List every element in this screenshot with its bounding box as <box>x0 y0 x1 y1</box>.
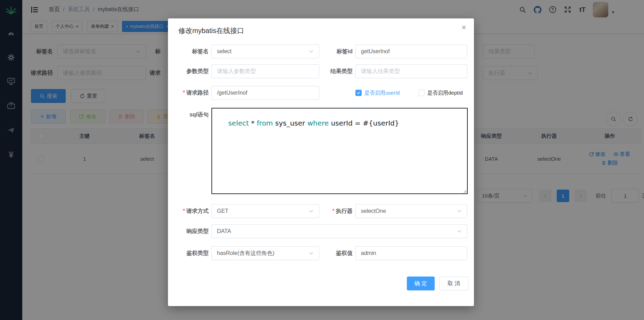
close-icon: × <box>461 23 466 32</box>
enable-userid-label: 是否启用userId <box>364 90 400 96</box>
result-type-label: 结果类型 <box>319 64 353 78</box>
check-icon <box>356 91 361 95</box>
edit-mybatis-dialog: 修改mybatis在线接口 × 标签名 select 标签id 参数类型 结果类… <box>168 18 474 306</box>
auth-value-field[interactable] <box>361 250 462 256</box>
cancel-button-label: 取 消 <box>448 280 460 287</box>
request-method-label-text: 请求方式 <box>186 208 209 215</box>
sql-keyword: from <box>257 119 273 127</box>
sql-text: userId = #{userId} <box>329 119 399 127</box>
chevron-down-icon <box>309 251 314 256</box>
request-path-field[interactable] <box>217 90 314 96</box>
response-type-select[interactable]: DATA <box>211 224 467 238</box>
sql-text: * <box>249 119 257 127</box>
auth-value-input[interactable] <box>355 246 467 260</box>
tag-id-field[interactable] <box>361 48 462 55</box>
param-type-input[interactable] <box>211 64 319 78</box>
chevron-down-icon <box>457 229 462 234</box>
executor-select[interactable]: selectOne <box>355 204 467 218</box>
checkbox-unchecked[interactable] <box>418 90 425 96</box>
request-method-label: * 请求方式 <box>168 204 209 218</box>
tag-id-input[interactable] <box>355 45 467 58</box>
tag-name-value: select <box>217 48 232 55</box>
enable-deptid-checkbox[interactable]: 是否启用deptId <box>418 86 463 100</box>
chevron-down-icon <box>457 209 462 214</box>
result-type-field[interactable] <box>361 68 462 74</box>
enable-deptid-label: 是否启用deptId <box>427 90 463 96</box>
chevron-down-icon <box>309 49 314 54</box>
request-path-label: * 请求路径 <box>168 86 209 100</box>
tag-name-select[interactable]: select <box>211 45 319 58</box>
tag-id-label: 标签id <box>319 45 353 58</box>
resize-handle[interactable] <box>462 189 467 193</box>
sql-text: sys_user <box>273 119 307 127</box>
required-mark: * <box>332 208 335 214</box>
request-path-input[interactable] <box>211 86 319 100</box>
confirm-button-label: 确 定 <box>414 280 427 287</box>
auth-value-label: 鉴权值 <box>319 246 353 260</box>
result-type-input[interactable] <box>355 64 467 78</box>
auth-type-label: 鉴权类型 <box>168 246 209 260</box>
request-method-value: GET <box>217 208 228 214</box>
response-type-value: DATA <box>217 228 231 234</box>
executor-value: selectOne <box>361 208 386 214</box>
enable-userid-checkbox[interactable]: 是否启用userId <box>355 86 400 100</box>
param-type-field[interactable] <box>217 68 314 74</box>
app-root: ¥ 首页 / 系统工具 / mybatis在线接口 <box>0 0 644 320</box>
checkbox-checked[interactable] <box>355 90 362 96</box>
request-path-label-text: 请求路径 <box>186 89 209 97</box>
cancel-button[interactable]: 取 消 <box>439 277 468 290</box>
sql-textarea[interactable]: select * from sys_user where userId = #{… <box>211 108 468 194</box>
param-type-label: 参数类型 <box>168 64 209 78</box>
executor-label-text: 执行器 <box>336 208 353 215</box>
required-mark: * <box>183 208 185 214</box>
auth-type-select[interactable]: hasRole(含有这些角色) <box>211 246 319 260</box>
tag-name-label: 标签名 <box>168 45 209 58</box>
sql-label: sql语句 <box>168 108 209 122</box>
executor-label: * 执行器 <box>319 204 353 218</box>
sql-keyword: select <box>228 119 249 127</box>
required-mark: * <box>183 90 185 96</box>
confirm-button[interactable]: 确 定 <box>407 277 435 290</box>
request-method-select[interactable]: GET <box>211 204 319 218</box>
chevron-down-icon <box>309 209 314 214</box>
sql-keyword: where <box>307 119 329 127</box>
dialog-close-button[interactable]: × <box>461 23 466 32</box>
dialog-title: 修改mybatis在线接口 <box>178 26 244 35</box>
auth-type-value: hasRole(含有这些角色) <box>217 250 274 257</box>
response-type-label: 响应类型 <box>168 224 209 238</box>
